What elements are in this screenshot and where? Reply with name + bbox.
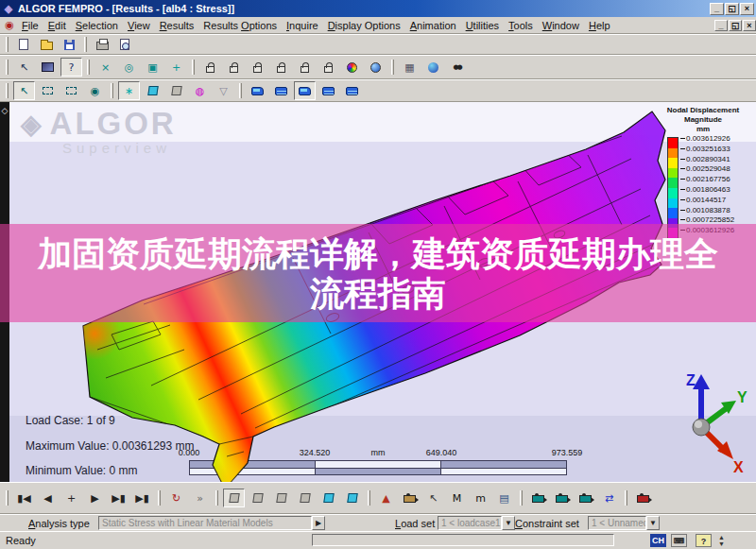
- spin-cw-button[interactable]: [318, 489, 339, 507]
- fast-forward-button[interactable]: »: [189, 489, 211, 507]
- display-mesh-button[interactable]: ◍: [189, 81, 211, 100]
- pointer-info-button[interactable]: ↖: [13, 58, 35, 77]
- lock-1-button[interactable]: [199, 58, 221, 77]
- surface-mode-4-button[interactable]: [318, 81, 339, 100]
- lock-3-button[interactable]: [247, 58, 268, 77]
- menu-item-display-options[interactable]: Display Options: [323, 19, 405, 32]
- menu-item-utilities[interactable]: Utilities: [461, 19, 504, 32]
- child-close-button[interactable]: ×: [743, 20, 756, 31]
- menu-item-results[interactable]: Results: [155, 19, 199, 32]
- constraint-set-select[interactable]: 1 < Unnamed >: [588, 516, 646, 530]
- toolbar-grip[interactable]: [6, 83, 9, 98]
- menu-item-view[interactable]: View: [123, 19, 155, 32]
- last-frame-button[interactable]: ▶▮: [131, 489, 153, 507]
- display-solid-button[interactable]: [165, 81, 187, 100]
- display-settings-button[interactable]: [37, 58, 59, 77]
- rotate-model-free-button[interactable]: [294, 489, 316, 507]
- child-restore-button[interactable]: ◱: [729, 20, 742, 31]
- surface-mode-5-button[interactable]: [341, 81, 363, 100]
- menu-item-selection[interactable]: Selection: [71, 19, 123, 32]
- menu-item-animation[interactable]: Animation: [405, 19, 461, 32]
- surface-mode-3-button[interactable]: [294, 81, 316, 100]
- select-rectangle-button[interactable]: [37, 81, 59, 100]
- animate-loop-button[interactable]: ↻: [165, 489, 187, 507]
- rotate-model-y-button[interactable]: [247, 489, 268, 507]
- next-frame-button[interactable]: ▶▮: [108, 489, 129, 507]
- constraint-set-dropdown-button[interactable]: ▼: [646, 516, 660, 530]
- toolbar-grip[interactable]: [111, 83, 113, 98]
- analysis-type-spin-button[interactable]: ▶: [312, 516, 325, 530]
- menu-item-tools[interactable]: Tools: [504, 19, 538, 32]
- minimize-button[interactable]: _: [710, 3, 724, 15]
- menu-item-help[interactable]: Help: [584, 19, 615, 32]
- goto-frame-button[interactable]: +: [60, 489, 82, 507]
- play-button[interactable]: ▶: [84, 489, 106, 507]
- spin-ccw-button[interactable]: [341, 489, 363, 507]
- video-3-button[interactable]: [575, 489, 596, 507]
- toolbar-grip[interactable]: [6, 37, 9, 52]
- toolbar-grip[interactable]: [520, 490, 523, 506]
- close-button[interactable]: ×: [740, 3, 754, 15]
- filter-selection-button[interactable]: ▽: [213, 81, 234, 100]
- menu-item-edit[interactable]: Edit: [43, 19, 71, 32]
- lock-6-button[interactable]: [318, 58, 339, 77]
- first-frame-button[interactable]: ▮◀: [13, 489, 35, 507]
- context-help-button[interactable]: ?: [60, 58, 82, 77]
- load-set-dropdown-button[interactable]: ▼: [502, 516, 515, 530]
- toolbar-grip[interactable]: [239, 83, 242, 98]
- snapshot-button[interactable]: [399, 489, 421, 507]
- toolbar-grip[interactable]: [192, 60, 195, 75]
- video-1-button[interactable]: [527, 489, 549, 507]
- menu-item-results-options[interactable]: Results Options: [198, 19, 282, 32]
- ime-language-badge[interactable]: CH: [650, 534, 666, 547]
- toolbar-grip[interactable]: [368, 490, 370, 506]
- min-marker-button[interactable]: ▲: [375, 489, 397, 507]
- open-file-button[interactable]: [36, 36, 57, 54]
- video-2-button[interactable]: [551, 489, 573, 507]
- save-file-button[interactable]: [59, 36, 79, 54]
- display-surfaces-button[interactable]: [142, 81, 163, 100]
- model-viewport[interactable]: ◇ ◈ ALGOR Superview Nodal Displacement M…: [0, 102, 756, 482]
- toolbar-grip[interactable]: [6, 60, 9, 75]
- result-sphere-button[interactable]: [365, 58, 387, 77]
- lock-2-button[interactable]: [223, 58, 245, 77]
- select-circle-button[interactable]: ◉: [84, 81, 106, 100]
- step-back-button[interactable]: ◀: [37, 489, 59, 507]
- rotate-model-x-button[interactable]: [223, 489, 245, 507]
- print-button[interactable]: [92, 36, 112, 54]
- max-label-button[interactable]: M: [446, 489, 468, 507]
- toolbar-grip[interactable]: [625, 490, 627, 506]
- pan-button[interactable]: +: [165, 58, 187, 77]
- zoom-area-button[interactable]: ◎: [118, 58, 140, 77]
- select-pointer-button[interactable]: ↖: [13, 81, 35, 100]
- zoom-fit-button[interactable]: ▣: [142, 58, 163, 77]
- toolbar-grip[interactable]: [6, 490, 9, 506]
- load-set-select[interactable]: 1 < loadcase1 >: [438, 516, 502, 530]
- new-file-button[interactable]: [13, 36, 34, 54]
- rotate-model-z-button[interactable]: [270, 489, 292, 507]
- display-vertices-button[interactable]: ∗: [118, 81, 140, 100]
- select-polyline-button[interactable]: [60, 81, 82, 100]
- toolbar-grip[interactable]: [215, 490, 218, 506]
- analysis-type-field[interactable]: Static Stress with Linear Material Model…: [98, 516, 312, 530]
- surface-mode-2-button[interactable]: [270, 81, 292, 100]
- surface-mode-1-button[interactable]: [247, 81, 268, 100]
- dither-display-button[interactable]: ▦: [399, 58, 421, 77]
- record-animation-button[interactable]: [632, 489, 654, 507]
- child-minimize-button[interactable]: _: [714, 20, 728, 31]
- lock-4-button[interactable]: [270, 58, 292, 77]
- find-button[interactable]: ●●: [446, 58, 468, 77]
- menu-item-inquire[interactable]: Inquire: [282, 19, 323, 32]
- restore-button[interactable]: ◱: [725, 3, 739, 15]
- shaded-sphere-button[interactable]: [341, 58, 363, 77]
- toolbar-grip[interactable]: [391, 60, 394, 75]
- lock-5-button[interactable]: [294, 58, 316, 77]
- probe-button[interactable]: ↖: [422, 489, 444, 507]
- ime-help-icon[interactable]: ?: [696, 534, 712, 547]
- menu-item-file[interactable]: File: [17, 19, 43, 32]
- toolbar-grip[interactable]: [87, 60, 90, 75]
- rotate-view-button[interactable]: [422, 58, 444, 77]
- min-label-button[interactable]: m: [470, 489, 491, 507]
- toolbar-grip[interactable]: [84, 37, 87, 52]
- keyboard-icon[interactable]: ⌨: [671, 534, 687, 547]
